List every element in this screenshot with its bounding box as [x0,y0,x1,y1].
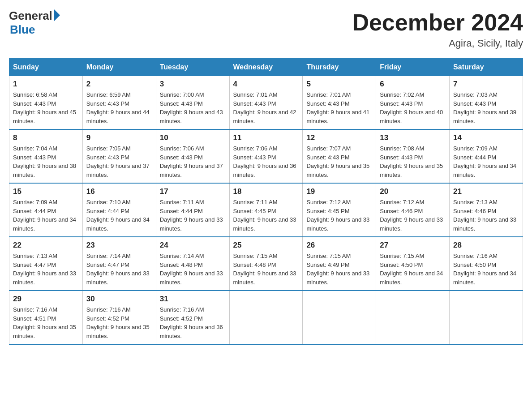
day-number: 22 [13,241,79,250]
calendar-day-cell [450,291,523,344]
calendar-week-row: 29 Sunrise: 7:16 AM Sunset: 4:51 PM Dayl… [9,291,523,344]
day-number: 3 [160,80,226,89]
day-info: Sunrise: 7:10 AM Sunset: 4:44 PM Dayligh… [86,198,152,233]
day-info: Sunrise: 7:15 AM Sunset: 4:48 PM Dayligh… [233,252,299,287]
calendar-day-cell: 27 Sunrise: 7:15 AM Sunset: 4:50 PM Dayl… [376,237,450,291]
calendar-day-cell: 11 Sunrise: 7:06 AM Sunset: 4:43 PM Dayl… [229,129,303,183]
day-number: 26 [306,241,372,250]
day-number: 28 [453,241,519,250]
day-info: Sunrise: 7:14 AM Sunset: 4:47 PM Dayligh… [86,252,152,287]
calendar-day-cell: 26 Sunrise: 7:15 AM Sunset: 4:49 PM Dayl… [303,237,376,291]
day-number: 12 [306,133,372,142]
calendar-week-row: 8 Sunrise: 7:04 AM Sunset: 4:43 PM Dayli… [9,129,523,183]
day-info: Sunrise: 7:06 AM Sunset: 4:43 PM Dayligh… [233,144,299,179]
day-number: 24 [160,241,226,250]
day-of-week-header: Sunday [9,59,83,76]
day-number: 11 [233,133,299,142]
day-info: Sunrise: 7:15 AM Sunset: 4:49 PM Dayligh… [306,252,372,287]
calendar-day-cell [376,291,450,344]
day-of-week-header: Thursday [303,59,376,76]
day-number: 30 [86,295,152,304]
calendar-week-row: 22 Sunrise: 7:13 AM Sunset: 4:47 PM Dayl… [9,237,523,291]
day-info: Sunrise: 7:09 AM Sunset: 4:44 PM Dayligh… [453,144,519,179]
logo-blue-text: Blue [10,23,60,37]
day-info: Sunrise: 7:13 AM Sunset: 4:46 PM Dayligh… [453,198,519,233]
calendar-day-cell: 16 Sunrise: 7:10 AM Sunset: 4:44 PM Dayl… [82,183,156,237]
calendar-day-cell: 3 Sunrise: 7:00 AM Sunset: 4:43 PM Dayli… [156,76,229,130]
calendar-day-cell: 1 Sunrise: 6:58 AM Sunset: 4:43 PM Dayli… [9,76,83,130]
day-number: 10 [160,133,226,142]
day-info: Sunrise: 7:09 AM Sunset: 4:44 PM Dayligh… [13,198,79,233]
day-info: Sunrise: 7:12 AM Sunset: 4:46 PM Dayligh… [380,198,446,233]
calendar-day-cell: 31 Sunrise: 7:16 AM Sunset: 4:52 PM Dayl… [156,291,229,344]
logo: General Blue [9,9,60,37]
day-info: Sunrise: 7:14 AM Sunset: 4:48 PM Dayligh… [160,252,226,287]
day-number: 7 [453,80,519,89]
calendar-day-cell: 25 Sunrise: 7:15 AM Sunset: 4:48 PM Dayl… [229,237,303,291]
day-number: 9 [86,133,152,142]
day-info: Sunrise: 7:01 AM Sunset: 4:43 PM Dayligh… [233,90,299,125]
calendar-day-cell: 21 Sunrise: 7:13 AM Sunset: 4:46 PM Dayl… [450,183,523,237]
calendar-day-cell: 5 Sunrise: 7:01 AM Sunset: 4:43 PM Dayli… [303,76,376,130]
calendar-day-cell: 18 Sunrise: 7:11 AM Sunset: 4:45 PM Dayl… [229,183,303,237]
day-info: Sunrise: 6:58 AM Sunset: 4:43 PM Dayligh… [13,90,79,125]
day-info: Sunrise: 7:01 AM Sunset: 4:43 PM Dayligh… [306,90,372,125]
calendar-header-row: SundayMondayTuesdayWednesdayThursdayFrid… [9,59,523,76]
calendar-day-cell: 4 Sunrise: 7:01 AM Sunset: 4:43 PM Dayli… [229,76,303,130]
day-number: 19 [306,187,372,196]
page-header: General Blue December 2024 Agira, Sicily… [9,9,523,49]
day-info: Sunrise: 7:13 AM Sunset: 4:47 PM Dayligh… [13,252,79,287]
day-of-week-header: Wednesday [229,59,303,76]
day-number: 25 [233,241,299,250]
day-number: 1 [13,80,79,89]
day-info: Sunrise: 7:16 AM Sunset: 4:51 PM Dayligh… [13,305,79,340]
calendar-day-cell: 15 Sunrise: 7:09 AM Sunset: 4:44 PM Dayl… [9,183,83,237]
calendar-week-row: 1 Sunrise: 6:58 AM Sunset: 4:43 PM Dayli… [9,76,523,130]
calendar-day-cell: 9 Sunrise: 7:05 AM Sunset: 4:43 PM Dayli… [82,129,156,183]
day-info: Sunrise: 7:00 AM Sunset: 4:43 PM Dayligh… [160,90,226,125]
day-number: 20 [380,187,446,196]
day-number: 5 [306,80,372,89]
calendar-day-cell: 14 Sunrise: 7:09 AM Sunset: 4:44 PM Dayl… [450,129,523,183]
day-number: 4 [233,80,299,89]
day-number: 27 [380,241,446,250]
day-info: Sunrise: 6:59 AM Sunset: 4:43 PM Dayligh… [86,90,152,125]
day-number: 13 [380,133,446,142]
day-number: 16 [86,187,152,196]
logo-general-text: General [9,9,52,23]
calendar-day-cell: 17 Sunrise: 7:11 AM Sunset: 4:44 PM Dayl… [156,183,229,237]
calendar-day-cell: 13 Sunrise: 7:08 AM Sunset: 4:43 PM Dayl… [376,129,450,183]
day-number: 29 [13,295,79,304]
day-info: Sunrise: 7:16 AM Sunset: 4:52 PM Dayligh… [86,305,152,340]
day-number: 15 [13,187,79,196]
day-number: 2 [86,80,152,89]
day-of-week-header: Tuesday [156,59,229,76]
calendar-day-cell [303,291,376,344]
day-info: Sunrise: 7:16 AM Sunset: 4:50 PM Dayligh… [453,252,519,287]
day-info: Sunrise: 7:04 AM Sunset: 4:43 PM Dayligh… [13,144,79,179]
month-title: December 2024 [352,9,523,36]
calendar-day-cell: 23 Sunrise: 7:14 AM Sunset: 4:47 PM Dayl… [82,237,156,291]
day-number: 17 [160,187,226,196]
location-label: Agira, Sicily, Italy [352,38,523,49]
calendar-day-cell: 30 Sunrise: 7:16 AM Sunset: 4:52 PM Dayl… [82,291,156,344]
calendar-day-cell [229,291,303,344]
day-number: 31 [160,295,226,304]
calendar-day-cell: 20 Sunrise: 7:12 AM Sunset: 4:46 PM Dayl… [376,183,450,237]
day-info: Sunrise: 7:12 AM Sunset: 4:45 PM Dayligh… [306,198,372,233]
calendar-day-cell: 29 Sunrise: 7:16 AM Sunset: 4:51 PM Dayl… [9,291,83,344]
title-section: December 2024 Agira, Sicily, Italy [352,9,523,49]
day-info: Sunrise: 7:06 AM Sunset: 4:43 PM Dayligh… [160,144,226,179]
day-of-week-header: Saturday [450,59,523,76]
logo-arrow-icon [54,9,60,21]
day-number: 21 [453,187,519,196]
day-number: 8 [13,133,79,142]
calendar-day-cell: 28 Sunrise: 7:16 AM Sunset: 4:50 PM Dayl… [450,237,523,291]
calendar-day-cell: 2 Sunrise: 6:59 AM Sunset: 4:43 PM Dayli… [82,76,156,130]
day-info: Sunrise: 7:16 AM Sunset: 4:52 PM Dayligh… [160,305,226,340]
day-of-week-header: Friday [376,59,450,76]
day-number: 18 [233,187,299,196]
calendar-day-cell: 6 Sunrise: 7:02 AM Sunset: 4:43 PM Dayli… [376,76,450,130]
calendar-day-cell: 8 Sunrise: 7:04 AM Sunset: 4:43 PM Dayli… [9,129,83,183]
calendar-day-cell: 7 Sunrise: 7:03 AM Sunset: 4:43 PM Dayli… [450,76,523,130]
